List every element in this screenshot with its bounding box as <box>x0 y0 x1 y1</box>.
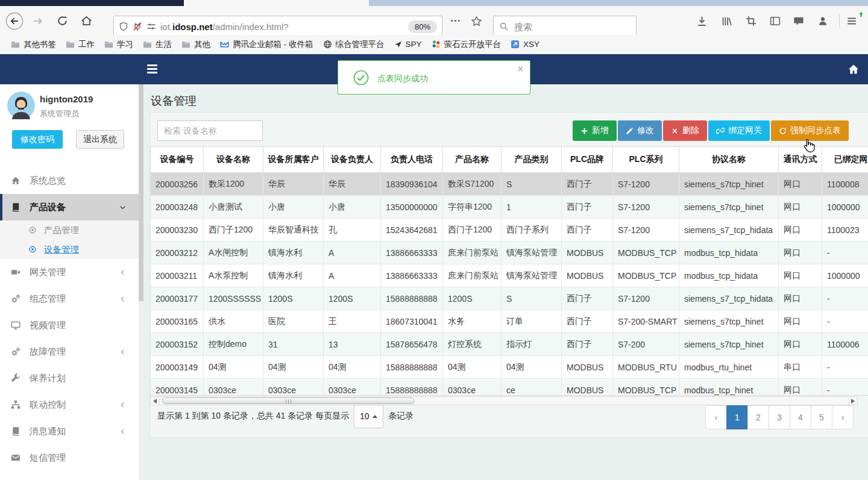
table-cell[interactable]: 0303ce <box>443 379 502 396</box>
table-cell[interactable]: 西门子 <box>562 173 613 196</box>
table-cell[interactable]: 西门子系列 <box>502 219 562 242</box>
table-cell[interactable]: 数采1200 <box>204 173 263 196</box>
table-row[interactable]: 2000031771200SSSSSS1200S1200S15888888888… <box>151 287 868 310</box>
table-cell[interactable]: 小唐 <box>324 196 381 219</box>
app-home-icon[interactable] <box>848 63 860 75</box>
column-header[interactable]: 产品类别 <box>502 147 562 173</box>
table-cell[interactable]: S7-1200 <box>613 196 679 219</box>
table-cell[interactable]: 数采S71200 <box>443 173 502 196</box>
column-header[interactable]: 负责人电话 <box>381 147 443 173</box>
browser-search-bar[interactable] <box>493 16 637 37</box>
delete-button[interactable]: 删除 <box>663 120 707 141</box>
table-cell[interactable]: 15888888888 <box>381 287 443 310</box>
table-cell[interactable]: 控制demo <box>204 333 263 356</box>
table-cell[interactable]: siemens_s7tcp_hinet <box>679 333 779 356</box>
change-password-button[interactable]: 修改密码 <box>12 130 63 149</box>
table-cell[interactable]: S7-1200 <box>613 173 679 196</box>
prev-page-button[interactable]: ‹ <box>705 405 727 429</box>
table-cell[interactable]: 西门子 <box>562 310 613 333</box>
zoom-level-badge[interactable]: 80% <box>408 20 437 33</box>
table-cell[interactable]: 04测 <box>263 356 324 379</box>
column-header[interactable]: PLC系列 <box>613 147 679 173</box>
table-cell[interactable]: 200003256 <box>151 173 204 196</box>
column-header[interactable]: 协议名称 <box>679 147 779 173</box>
table-cell[interactable]: S <box>502 173 562 196</box>
table-cell[interactable]: MODBUS_TCP <box>613 242 679 264</box>
table-cell[interactable]: 200003230 <box>151 219 204 242</box>
table-cell[interactable]: 庶来门前泵站 <box>443 264 502 287</box>
table-cell[interactable]: modbus_rtu_hinet <box>679 356 779 379</box>
table-cell[interactable]: 华辰 <box>324 173 381 196</box>
table-cell[interactable]: 1 <box>502 196 562 219</box>
table-cell[interactable]: modbus_tcp_hidata <box>679 264 779 287</box>
bookmark-mgmt-platform[interactable]: 综合管理平台 <box>318 37 389 52</box>
table-cell[interactable]: 18390936104 <box>381 173 443 196</box>
horizontal-scrollbar-thumb[interactable] <box>162 397 415 404</box>
sidebar-scrollbar-thumb[interactable] <box>139 84 143 301</box>
table-cell[interactable]: MODBUS <box>562 242 613 264</box>
table-cell[interactable]: 200003152 <box>151 333 204 356</box>
table-cell[interactable]: 13 <box>324 333 381 356</box>
table-cell[interactable]: 小唐测试 <box>204 196 263 219</box>
table-cell[interactable]: - <box>822 310 868 333</box>
sidebar-item-gateway-mgmt[interactable]: 网关管理 <box>0 259 139 285</box>
table-cell[interactable]: 200003145 <box>151 379 204 396</box>
table-cell[interactable]: 200003149 <box>151 356 204 379</box>
library-icon[interactable] <box>721 16 732 27</box>
page-button-2[interactable]: 2 <box>747 405 769 429</box>
table-cell[interactable]: 200003177 <box>151 287 204 310</box>
edit-button[interactable]: 修改 <box>618 120 662 141</box>
permissions-icon[interactable] <box>146 22 156 31</box>
screenshot-crop-icon[interactable] <box>746 16 756 26</box>
sidebar-item-sms-mgmt[interactable]: 短信管理 <box>0 444 139 471</box>
table-cell[interactable]: 西门子1200 <box>443 219 502 242</box>
sidebar-subitem-product-mgmt[interactable]: 产品管理 <box>0 220 139 240</box>
menu-hamburger-icon[interactable] <box>846 16 857 26</box>
bind-gateway-button[interactable]: 绑定网关 <box>708 120 770 141</box>
table-cell[interactable]: siemens_s7_tcp_hidata <box>679 219 779 242</box>
sidebar-item-message-notify[interactable]: 消息通知 <box>0 418 139 444</box>
table-cell[interactable]: 200003165 <box>151 310 204 333</box>
bookmark-work[interactable]: 工作 <box>61 37 99 52</box>
profile-icon[interactable] <box>817 16 828 26</box>
table-row[interactable]: 200003165供水医院王18607310041水务订单西门子S7-200-S… <box>151 310 868 333</box>
table-cell[interactable]: 网口 <box>779 333 822 356</box>
table-cell[interactable]: A <box>324 242 381 264</box>
table-row[interactable]: 200003256数采1200华辰华辰18390936104数采S71200S西… <box>151 173 868 196</box>
table-cell[interactable]: modbus_tcp_hinet <box>679 379 779 396</box>
table-cell[interactable]: 200003248 <box>151 196 204 219</box>
table-cell[interactable]: 200003212 <box>151 242 204 264</box>
logout-button[interactable]: 退出系统 <box>76 130 124 149</box>
table-cell[interactable]: 西门子 <box>562 196 613 219</box>
sidebar-item-video-mgmt[interactable]: 视频管理 <box>0 312 139 338</box>
table-cell[interactable]: A水闸控制 <box>204 242 263 264</box>
table-cell[interactable]: 镇海水利 <box>263 242 324 264</box>
table-cell[interactable]: 镇海水利 <box>263 264 324 287</box>
url-bar[interactable]: iot.idosp.net/admin/index.html? 80% <box>113 16 442 37</box>
page-size-dropdown[interactable]: 10 <box>354 405 383 428</box>
table-cell[interactable]: siemens_s7tcp_hinet <box>679 310 779 333</box>
table-cell[interactable]: siemens_s7tcp_hinet <box>679 173 779 196</box>
table-cell[interactable]: S <box>502 287 562 310</box>
page-button-1[interactable]: 1 <box>726 405 748 429</box>
table-cell[interactable]: 1200S <box>324 287 381 310</box>
table-cell[interactable]: siemens_s7_tcp_hidata <box>679 287 779 310</box>
table-cell[interactable]: 15888888888 <box>381 379 443 396</box>
sidebar-item-system-overview[interactable]: 系统总览 <box>0 167 139 194</box>
forward-button[interactable] <box>31 16 45 26</box>
table-cell[interactable]: 04测 <box>324 356 381 379</box>
force-sync-button[interactable]: 强制同步点表 <box>771 120 849 141</box>
reload-button[interactable] <box>57 15 68 26</box>
table-cell[interactable]: 西门子 <box>562 333 613 356</box>
sidebar-item-linkage-control[interactable]: 联动控制 <box>0 391 139 418</box>
table-cell[interactable]: 1100008 <box>822 173 868 196</box>
table-row[interactable]: 200003212A水闸控制镇海水利A13886663333庶来门前泵站镇海泵站… <box>151 242 868 264</box>
bookmark-other[interactable]: 其他 <box>177 37 215 52</box>
table-cell[interactable]: 15878656478 <box>381 333 443 356</box>
column-header[interactable]: 设备名称 <box>204 147 263 173</box>
table-cell[interactable]: - <box>822 356 868 379</box>
sidebar-item-screen-mgmt[interactable]: 大屏管理 <box>0 471 139 480</box>
table-cell[interactable]: S7-200 <box>613 333 679 356</box>
table-cell[interactable]: modbus_tcp_hidata <box>679 242 779 264</box>
sidebar-item-config-mgmt[interactable]: 组态管理 <box>0 285 139 312</box>
